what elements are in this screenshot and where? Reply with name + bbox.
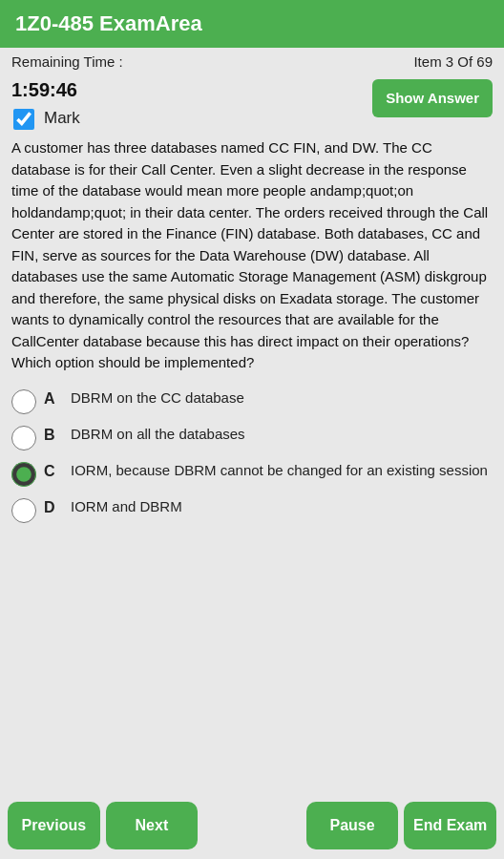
- option-row-a[interactable]: ADBRM on the CC database: [11, 388, 493, 414]
- timer-row: 1:59:46 Mark Show Answer: [0, 75, 504, 137]
- option-radio-b[interactable]: [11, 426, 36, 450]
- option-radio-a[interactable]: [11, 389, 36, 414]
- option-letter-c: C: [44, 463, 63, 480]
- option-text-d: IORM and DBRM: [71, 496, 182, 517]
- mark-checkbox[interactable]: [11, 109, 36, 130]
- pause-button[interactable]: Pause: [306, 802, 399, 849]
- info-bar: Remaining Time : Item 3 Of 69: [0, 48, 504, 75]
- timer-value: 1:59:46: [11, 79, 80, 101]
- previous-button[interactable]: Previous: [8, 802, 100, 849]
- option-row-d[interactable]: DIORM and DBRM: [11, 496, 493, 523]
- question-text: A customer has three databases named CC …: [11, 137, 493, 374]
- option-row-c[interactable]: CIORM, because DBRM cannot be changed fo…: [11, 460, 493, 487]
- mark-label[interactable]: Mark: [44, 109, 80, 128]
- timer-left: 1:59:46 Mark: [11, 79, 80, 130]
- option-letter-a: A: [44, 390, 63, 408]
- next-button[interactable]: Next: [106, 802, 199, 849]
- show-answer-button[interactable]: Show Answer: [372, 79, 493, 117]
- app-header: 1Z0-485 ExamArea: [0, 0, 504, 48]
- bottom-nav: Previous Next Pause End Exam: [0, 792, 504, 859]
- option-row-b[interactable]: BDBRM on all the databases: [11, 424, 493, 450]
- option-radio-c[interactable]: [11, 462, 36, 487]
- question-scroll-area: A customer has three databases named CC …: [0, 137, 504, 792]
- mark-row[interactable]: Mark: [11, 107, 80, 130]
- option-letter-b: B: [44, 427, 63, 444]
- item-counter: Item 3 Of 69: [413, 53, 493, 70]
- option-text-b: DBRM on all the databases: [71, 424, 245, 445]
- options-list: ADBRM on the CC databaseBDBRM on all the…: [11, 388, 493, 523]
- remaining-time-label: Remaining Time :: [11, 53, 123, 70]
- option-text-c: IORM, because DBRM cannot be changed for…: [71, 460, 488, 481]
- option-letter-d: D: [44, 499, 63, 516]
- end-exam-button[interactable]: End Exam: [404, 802, 496, 849]
- app-title: 1Z0-485 ExamArea: [15, 11, 202, 36]
- option-text-a: DBRM on the CC database: [71, 388, 244, 409]
- option-radio-d[interactable]: [11, 498, 36, 523]
